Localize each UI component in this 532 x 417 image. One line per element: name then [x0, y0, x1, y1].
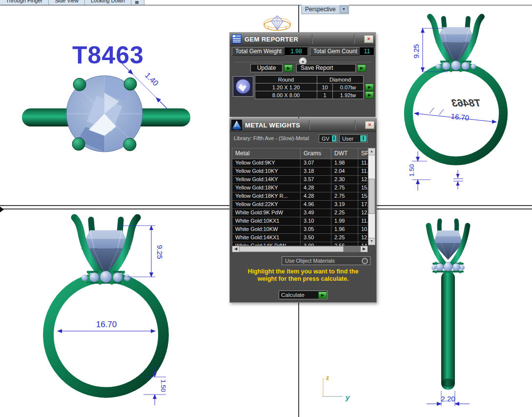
scroll-right-icon[interactable]: ▶: [361, 246, 368, 252]
metal-name-cell: Yellow Gold:14KY: [232, 176, 301, 184]
titlebar-groove-3: [309, 120, 310, 130]
horizontal-scrollbar[interactable]: ◀ ▶: [232, 246, 368, 252]
horizontal-scroll-thumb[interactable]: [239, 246, 344, 252]
save-report-button[interactable]: Save Report: [296, 64, 356, 72]
viewport-divider-handle-icon[interactable]: [0, 207, 4, 212]
metal-grams-cell: 4.28: [301, 184, 331, 192]
viewport-tab-label: Looking Down: [91, 0, 125, 3]
ring-top-view: [22, 76, 190, 152]
gem-row-go-icon[interactable]: ▶: [365, 91, 374, 99]
user-toggle-button[interactable]: User I: [339, 134, 368, 143]
metal-table-row[interactable]: Yellow Gold:10KY3.182.0411.45: [232, 167, 368, 176]
total-gem-count-label: Total Gem Count: [310, 47, 361, 56]
radio-icon[interactable]: [362, 258, 368, 264]
gem-type-header: Diamond: [317, 75, 364, 83]
metal-grams-cell: 3.57: [301, 176, 331, 184]
gem-count-cell: 1: [317, 91, 333, 99]
gem-reporter-titlebar[interactable]: GEM REPORTER ×: [230, 33, 375, 46]
metal-spg-cell: 17.89: [358, 201, 368, 208]
update-go-icon[interactable]: ▶: [284, 64, 293, 72]
ring-front-view: [48, 218, 164, 393]
col-dwt[interactable]: DWT: [331, 148, 358, 159]
metal-dwt-cell: 2.30: [331, 176, 358, 184]
dimension-label-16-70-perspective: 16.70: [450, 112, 470, 122]
gem-thumbnail[interactable]: [233, 76, 253, 97]
metal-table-row[interactable]: Yellow Gold:18KY4.282.7515.41: [232, 184, 368, 192]
close-icon-metal[interactable]: ×: [365, 121, 374, 129]
chevron-down-icon[interactable]: ▼: [340, 5, 348, 13]
dimension-tiny-bottom: [453, 170, 463, 189]
close-icon[interactable]: ×: [364, 35, 373, 43]
metal-weights-titlebar[interactable]: METAL WEIGHTS ×: [230, 119, 376, 132]
mirrored-model-number-label: T8463: [450, 97, 482, 109]
metal-table-header: Metal Grams DWT SPG: [232, 148, 368, 159]
save-report-go-icon[interactable]: ▶: [357, 64, 366, 72]
gem-table-row: 8.00 X 8.0011.92tw▶: [255, 91, 374, 99]
metal-table-row[interactable]: Yellow Gold:18KY R...4.282.7515.41: [232, 192, 368, 201]
use-object-materials-button[interactable]: Use Object Materials: [282, 256, 370, 265]
viewport-tab[interactable]: Through Finger: [0, 0, 49, 5]
total-gem-weight-label: Total Gem Weight: [232, 47, 285, 56]
metal-name-cell: Yellow Gold:10KY: [232, 167, 301, 175]
calculate-go-icon[interactable]: ▶: [318, 292, 327, 299]
dimension-label-9-25-front: 9.25: [156, 245, 164, 259]
dimension-label-2-20: 2.20: [441, 395, 455, 403]
metal-spg-cell: 12.88: [358, 176, 368, 184]
metal-dwt-cell: 2.75: [331, 184, 358, 192]
scroll-down-icon[interactable]: ▼: [368, 238, 375, 245]
gem-count-cell: 10: [317, 83, 333, 91]
perspective-mini-ring: [264, 16, 290, 30]
vertical-scrollbar[interactable]: ▲ ▼: [368, 148, 375, 245]
gem-row-go-icon[interactable]: ▶: [365, 83, 374, 91]
gv-toggle-button[interactable]: GV I: [319, 134, 337, 143]
titlebar-groove-2: [354, 34, 355, 44]
metal-dwt-cell: 2.25: [331, 209, 358, 217]
metal-grams-cell: 3.07: [301, 159, 331, 167]
dimension-label-9-25-perspective: 9.25: [412, 44, 420, 58]
scroll-up-icon[interactable]: ▲: [368, 148, 375, 155]
metal-name-cell: White Gold:10KW: [232, 226, 301, 233]
viewport-tab[interactable]: Side View: [49, 0, 85, 5]
metal-table-row[interactable]: White Gold:10KX13.101.9911.18: [232, 217, 368, 226]
user-indicator-icon: I: [360, 135, 367, 142]
metal-grams-cell: 3.10: [301, 217, 331, 225]
metal-name-cell: White Gold:9K PdW: [232, 209, 301, 217]
gem-table: Round Diamond 1.20 X 1.20100.07tw▶8.00 X…: [255, 76, 374, 99]
gem-reporter-icon: [232, 34, 242, 44]
metal-table-row[interactable]: White Gold:9K PdW3.492.2512.59: [232, 209, 368, 217]
calculate-button[interactable]: Calculate ▶: [279, 291, 327, 299]
model-number-label: T8463: [72, 42, 144, 69]
metal-spg-cell: 12.61: [358, 234, 368, 242]
ring-side-view: [429, 221, 468, 390]
dimension-label-1-50-front: 1.50: [160, 379, 167, 392]
gem-size-cell: 8.00 X 8.00: [255, 91, 317, 99]
axis-z-label: z: [326, 374, 329, 381]
gem-table-row: 1.20 X 1.20100.07tw▶: [255, 83, 374, 91]
metal-grams-cell: 3.50: [301, 234, 331, 242]
dimension-label-16-70-front: 16.70: [96, 320, 117, 329]
viewport-tab-icon[interactable]: [131, 0, 144, 5]
metal-name-cell: Yellow Gold:18KY: [232, 184, 301, 192]
metal-table-row[interactable]: Yellow Gold:22KY4.963.1917.89: [232, 201, 368, 209]
metal-name-cell: Yellow Gold:18KY R...: [232, 192, 301, 200]
col-metal[interactable]: Metal: [232, 148, 301, 159]
application-window: Through FingerSide ViewLooking Down Pers…: [0, 0, 532, 417]
viewport-title-label: Perspective: [302, 6, 340, 13]
col-spg[interactable]: SPG: [358, 148, 368, 159]
col-grams[interactable]: Grams: [301, 148, 331, 159]
metal-table-row[interactable]: White Gold:10KW3.051.9610.99: [232, 226, 368, 234]
gv-indicator-icon: I: [331, 135, 336, 142]
viewport-tab[interactable]: Looking Down: [85, 0, 131, 5]
use-object-materials-label: Use Object Materials: [282, 258, 362, 264]
vertical-scroll-thumb[interactable]: [368, 179, 375, 214]
library-label: Library: Fifth Ave - (Slow)-Metal: [234, 135, 309, 141]
scroll-left-icon[interactable]: ◀: [232, 246, 239, 252]
metal-table-row[interactable]: White Gold:14KX13.502.2512.61: [232, 234, 368, 242]
viewport-title-perspective[interactable]: Perspective ▼: [301, 5, 349, 14]
metal-table-row[interactable]: Yellow Gold:14KY3.572.3012.88: [232, 176, 368, 184]
metal-dwt-cell: 2.25: [331, 234, 358, 242]
update-button[interactable]: Update: [250, 64, 283, 72]
gem-weight-cell: 0.07tw: [332, 83, 364, 91]
metal-table-row[interactable]: Yellow Gold:9KY3.071.9811.08: [232, 159, 368, 167]
gem-table-rows: 1.20 X 1.20100.07tw▶8.00 X 8.0011.92tw▶: [255, 83, 374, 99]
